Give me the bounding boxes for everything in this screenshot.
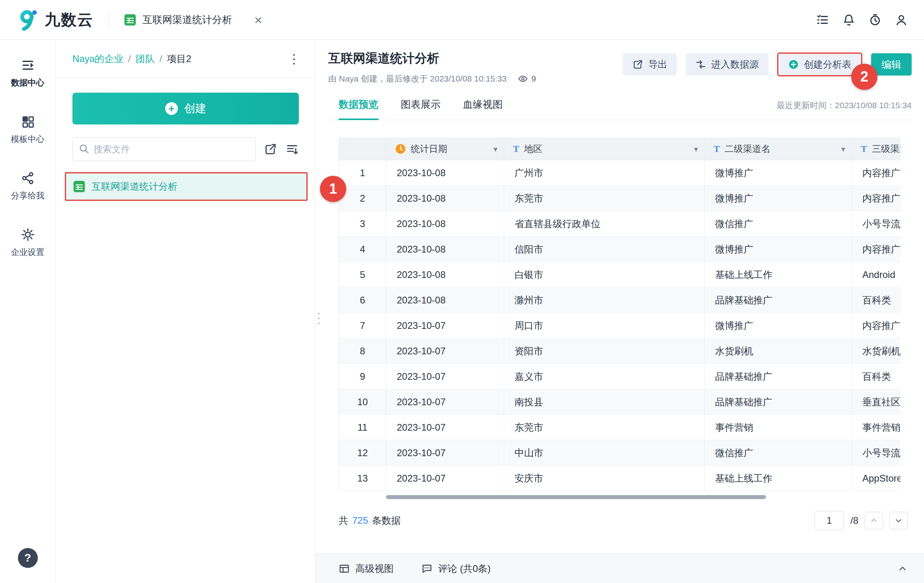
open-document-tab[interactable]: 互联网渠道统计分析 ×: [124, 13, 262, 27]
cell-row-number: 10: [339, 389, 386, 415]
datasource-icon: [695, 59, 706, 70]
help-button[interactable]: ?: [18, 548, 38, 568]
search-icon: [78, 143, 90, 154]
cell-channel2: 品牌基础推广: [705, 288, 852, 313]
collapse-chevron-icon[interactable]: [897, 564, 908, 574]
left-navigation-rail: 数据中心 模板中心 分享给我 企业设置 ?: [0, 40, 56, 583]
comments-button[interactable]: 评论 (共0条): [421, 562, 491, 575]
share-icon: [21, 171, 35, 185]
table-row: 7 2023-10-07 周口市 微博推广 内容推广: [339, 313, 901, 338]
horizontal-scrollbar: [339, 495, 901, 499]
advanced-view-button[interactable]: 高级视图: [339, 562, 394, 575]
header-region-column[interactable]: T 地区 ▾: [504, 138, 705, 160]
file-item-selected[interactable]: 互联网渠道统计分析: [65, 172, 308, 201]
sidebar-item-data-center[interactable]: 数据中心: [0, 58, 55, 88]
search-box: [72, 137, 256, 161]
horizontal-scrollbar-thumb[interactable]: [386, 495, 766, 499]
header-label: 统计日期: [411, 143, 447, 155]
table-row: 5 2023-10-08 白银市 基础上线工作 Android: [339, 262, 901, 288]
panel-resize-handle[interactable]: ⋮: [312, 314, 318, 322]
tab-close-icon[interactable]: ×: [254, 13, 262, 27]
main-content: 互联网渠道统计分析 由 Naya 创建，最后修改于 2023/10/08 10:…: [315, 40, 924, 583]
export-button-label: 导出: [648, 58, 667, 71]
breadcrumb: Naya的企业 / 团队 / 项目2 ⋮: [56, 40, 315, 78]
document-meta: 由 Naya 创建，最后修改于 2023/10/08 10:15:33: [328, 73, 507, 84]
enter-datasource-label: 进入数据源: [711, 58, 759, 71]
cell-date: 2023-10-08: [386, 211, 504, 237]
create-analysis-table-label: 创建分析表: [804, 58, 852, 71]
annotation-step-2: 2: [851, 64, 877, 90]
cell-channel3: 小号导流: [852, 211, 901, 237]
tab-chart-display[interactable]: 图表展示: [401, 98, 441, 120]
cell-region: 资阳市: [504, 338, 705, 364]
search-input[interactable]: [72, 137, 256, 161]
header-row-number: [339, 138, 386, 160]
task-list-icon[interactable]: [816, 13, 829, 27]
cell-row-number: 1: [339, 160, 386, 186]
header-date-column[interactable]: 统计日期 ▾: [386, 138, 504, 160]
create-button[interactable]: + 创建: [72, 93, 299, 124]
cell-row-number: 9: [339, 364, 386, 389]
user-icon[interactable]: [895, 13, 908, 27]
page-input[interactable]: [815, 511, 844, 530]
cell-channel2: 品牌基础推广: [705, 364, 852, 389]
table-row: 6 2023-10-08 滁州市 品牌基础推广 百科类: [339, 288, 901, 313]
cell-date: 2023-10-08: [386, 160, 504, 186]
brand-logo-icon: [18, 9, 39, 31]
sidebar-item-enterprise-settings[interactable]: 企业设置: [0, 227, 55, 258]
data-center-icon: [21, 58, 35, 72]
chevron-down-icon[interactable]: ▾: [841, 144, 845, 154]
open-in-new-icon[interactable]: [264, 142, 277, 156]
cell-date: 2023-10-07: [386, 338, 504, 364]
more-menu-icon[interactable]: ⋮: [288, 52, 300, 65]
plus-circle-icon: [788, 59, 799, 70]
cell-channel3: 小号导流: [852, 440, 901, 466]
cell-region: 白银市: [504, 262, 705, 288]
header-channel3-column[interactable]: T 三级渠道名 ▾: [852, 138, 901, 160]
page-total: /8: [850, 515, 858, 526]
enter-datasource-button[interactable]: 进入数据源: [686, 53, 768, 76]
tab-title: 互联网渠道统计分析: [142, 13, 232, 26]
breadcrumb-team[interactable]: 团队: [136, 52, 155, 65]
table-row: 12 2023-10-07 中山市 微信推广 小号导流: [339, 440, 901, 466]
cell-date: 2023-10-08: [386, 237, 504, 262]
cell-channel2: 基础上线工作: [705, 466, 852, 491]
table-row: 9 2023-10-07 嘉义市 品牌基础推广 百科类: [339, 364, 901, 389]
tab-data-preview[interactable]: 数据预览: [339, 98, 378, 120]
pagination: /8: [815, 511, 908, 530]
table-row: 13 2023-10-07 安庆市 基础上线工作 AppStore: [339, 466, 901, 491]
cell-channel2: 水货刷机: [705, 338, 852, 364]
cell-channel2: 基础上线工作: [705, 262, 852, 288]
cell-region: 中山市: [504, 440, 705, 466]
breadcrumb-enterprise[interactable]: Naya的企业: [72, 52, 123, 65]
cell-date: 2023-10-07: [386, 415, 504, 440]
top-bar: 九数云 互联网渠道统计分析 ×: [0, 0, 924, 40]
next-page-button[interactable]: [889, 512, 908, 529]
export-button[interactable]: 导出: [623, 53, 677, 76]
cell-channel2: 微信推广: [705, 440, 852, 466]
spreadsheet-icon: [124, 14, 136, 26]
prev-page-button[interactable]: [865, 512, 883, 529]
sidebar-item-template-center[interactable]: 模板中心: [0, 115, 55, 145]
total-prefix: 共: [339, 514, 348, 527]
header-channel2-column[interactable]: T 二级渠道名 ▾: [705, 138, 852, 160]
cell-date: 2023-10-08: [386, 262, 504, 288]
sidebar-item-shared-with-me[interactable]: 分享给我: [0, 171, 55, 201]
create-analysis-table-button[interactable]: 创建分析表: [777, 52, 862, 76]
cell-channel3: 垂直社区: [852, 389, 901, 415]
bell-icon[interactable]: [842, 13, 856, 27]
total-suffix: 条数据: [372, 514, 401, 527]
cell-channel2: 事件营销: [705, 415, 852, 440]
cell-channel3: 百科类: [852, 288, 901, 313]
chevron-down-icon[interactable]: ▾: [694, 144, 698, 154]
cell-row-number: 3: [339, 211, 386, 237]
header-label: 地区: [524, 143, 542, 155]
tab-lineage-view[interactable]: 血缘视图: [463, 98, 503, 120]
cell-channel2: 微博推广: [705, 186, 852, 211]
annotation-step-1: 1: [320, 176, 346, 202]
sort-icon[interactable]: [285, 142, 299, 156]
cell-channel2: 微博推广: [705, 237, 852, 262]
history-icon[interactable]: [868, 13, 882, 27]
chevron-down-icon[interactable]: ▾: [493, 144, 497, 154]
edit-button[interactable]: 编辑: [871, 53, 912, 76]
